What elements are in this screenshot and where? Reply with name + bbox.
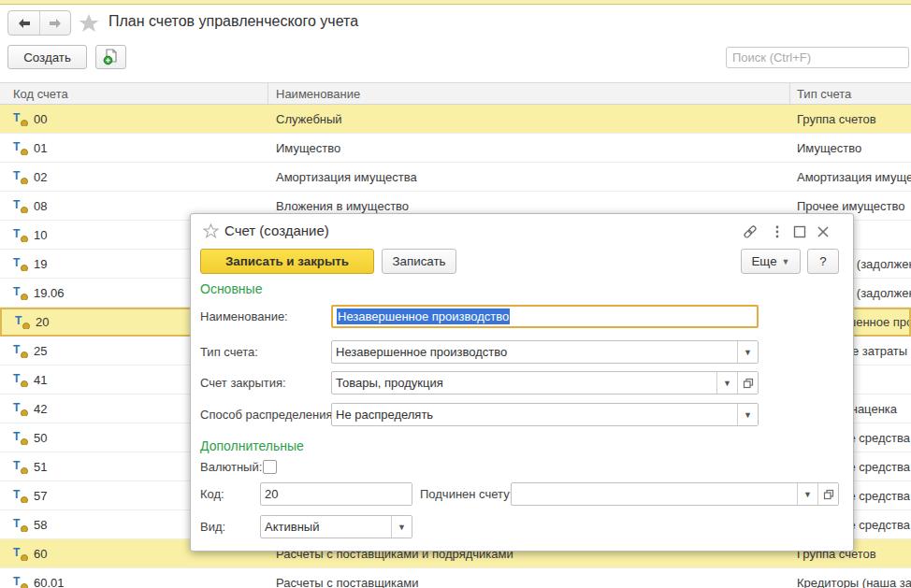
account-code: 08 [34,199,47,213]
column-header-code[interactable]: Код счета [0,83,268,104]
account-code: 19 [34,257,47,271]
help-button[interactable]: ? [807,249,839,274]
save-button[interactable]: Записать [382,249,456,274]
table-row[interactable]: Т01ИмуществоИмущество [0,134,911,163]
kind-value: Активный [261,516,391,538]
account-t-icon: Т [13,402,26,416]
account-t-icon: Т [13,518,26,532]
table-header-row: Код счета Наименование Тип счета [0,82,911,105]
account-name-cell[interactable]: Служебный [268,112,790,126]
forward-button[interactable] [39,11,70,35]
closing-account-label: Счет закрытия: [200,376,286,390]
account-t-icon: Т [13,460,26,474]
account-code: 50 [34,431,47,445]
table-row[interactable]: Т00СлужебныйГруппа счетов [0,105,911,134]
save-and-close-button[interactable]: Записать и закрыть [200,249,374,274]
chevron-down-icon[interactable]: ▼ [737,341,758,363]
account-code-cell[interactable]: Т08 [0,199,268,213]
account-t-icon: Т [13,257,26,271]
account-t-icon: Т [13,112,26,126]
closing-account-value: Товары, продукция [332,372,716,394]
chevron-down-icon[interactable]: ▼ [716,372,737,394]
new-document-plus-icon[interactable] [95,45,126,69]
kind-label: Вид: [200,520,225,534]
chevron-down-icon: ▼ [782,257,790,266]
distribution-select[interactable]: Не распределять ▼ [331,403,759,426]
kind-select[interactable]: Активный ▼ [260,515,412,538]
name-input[interactable]: Незавершенное производство [331,305,759,328]
open-item-icon[interactable] [817,483,838,505]
account-code-cell[interactable]: Т01 [0,141,268,155]
account-code: 60 [34,547,47,561]
account-t-icon: Т [13,373,26,387]
table-row[interactable]: Т02Амортизация имуществаАмортизация имущ… [0,163,911,192]
section-main: Основные [200,281,262,296]
account-t-icon: Т [13,141,26,155]
forward-arrow-icon [48,18,63,29]
account-code: 60.01 [34,576,65,588]
close-icon[interactable] [816,224,831,239]
history-nav-group [7,10,71,36]
account-type-cell[interactable]: Имущество [790,141,911,155]
closing-account-select[interactable]: Товары, продукция ▼ [331,371,759,394]
favorites-star-icon[interactable] [79,13,99,33]
account-t-icon: Т [13,344,26,358]
column-header-type[interactable]: Тип счета [790,83,911,104]
distribution-value: Не распределять [332,404,737,425]
more-button-label: Еще [751,254,776,268]
page-title: План счетов управленческого учета [108,13,358,30]
selected-text: Незавершенное производство [337,308,510,324]
account-code-cell[interactable]: Т00 [0,112,268,126]
account-code: 20 [36,315,49,329]
code-input[interactable]: 20 [260,482,412,506]
account-t-icon: Т [13,489,26,503]
back-arrow-icon [17,18,32,29]
distribution-label: Способ распределения: [200,408,336,422]
account-code: 51 [34,460,47,474]
search-input[interactable] [726,47,909,68]
table-row[interactable]: Т60.01Расчеты с поставщикамиКредиторы (н… [0,568,911,588]
account-name-cell[interactable]: Амортизация имущества [268,170,790,184]
account-code-cell[interactable]: Т02 [0,170,268,184]
currency-checkbox[interactable] [263,460,277,474]
account-name-cell[interactable]: Имущество [268,141,790,155]
account-type-cell[interactable]: Группа счетов [790,112,911,126]
account-code: 41 [34,373,47,387]
section-additional: Дополнительные [200,438,304,453]
code-value: 20 [265,487,278,501]
account-type-select[interactable]: Незавершенное производство ▼ [331,340,759,364]
more-button[interactable]: Еще ▼ [741,249,801,274]
account-code-cell[interactable]: Т60.01 [0,576,268,588]
link-icon[interactable] [743,224,758,239]
account-code: 00 [34,112,47,126]
chevron-down-icon[interactable]: ▼ [391,516,412,538]
open-item-icon[interactable] [737,372,758,394]
more-dots-icon[interactable] [770,224,785,239]
account-code: 10 [34,228,47,242]
currency-label: Валютный: [200,460,262,474]
parent-account-select[interactable]: ▼ [511,482,839,506]
account-type-value: Незавершенное производство [332,341,737,363]
account-type-cell[interactable]: Прочее имущество [790,199,911,213]
account-type-cell[interactable]: Кредиторы (наша задолженность) [790,576,911,588]
account-code: 25 [34,344,47,358]
account-name-cell[interactable]: Вложения в имущество [268,199,790,213]
create-button[interactable]: Создать [7,45,87,69]
favorite-star-icon[interactable] [203,223,219,238]
account-name-cell[interactable]: Расчеты с поставщиками [268,576,790,588]
parent-account-value [512,483,797,505]
maximize-icon[interactable] [792,224,807,239]
account-code: 57 [34,489,47,503]
account-create-dialog: Счет (создание) Записать и закрыть Запис… [190,213,854,552]
chevron-down-icon[interactable]: ▼ [797,483,817,505]
account-type-cell[interactable]: Амортизация имущества [790,170,911,184]
back-button[interactable] [8,11,39,35]
account-t-icon: Т [13,431,26,445]
account-t-icon: Т [13,286,26,300]
account-t-icon: Т [13,199,26,213]
account-t-icon: Т [13,170,26,184]
account-code: 42 [34,402,47,416]
column-header-name[interactable]: Наименование [268,83,790,104]
code-label: Код: [200,487,224,501]
chevron-down-icon[interactable]: ▼ [737,404,758,425]
